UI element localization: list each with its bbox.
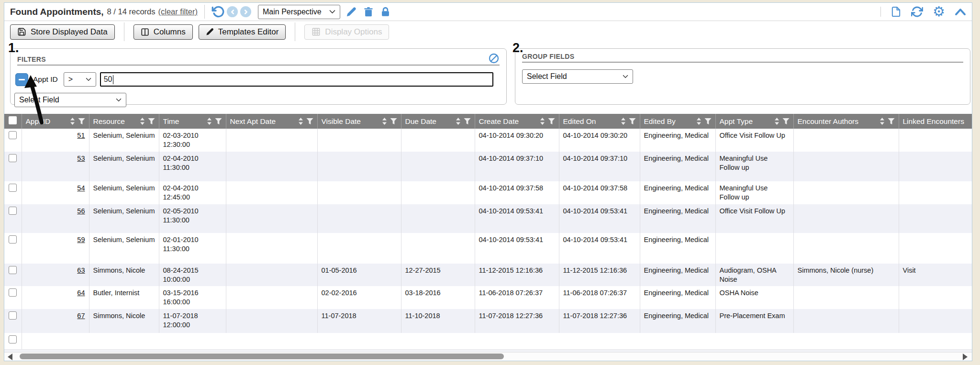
cell-create_date: 04-10-2014 09:53:41: [475, 233, 559, 264]
scrollbar-thumb[interactable]: [20, 354, 504, 359]
column-header-next_apt_date: Next Apt Date: [226, 114, 317, 129]
clear-all-filters-icon[interactable]: [488, 53, 500, 64]
sort-icon[interactable]: [696, 117, 702, 125]
collapse-panel-icon[interactable]: [955, 8, 966, 16]
settings-gear-icon[interactable]: ⚙: [933, 5, 945, 19]
lock-perspective-icon[interactable]: [380, 7, 390, 17]
sort-icon[interactable]: [620, 117, 626, 125]
filter-panels-region: 1. 2. FILTERS Appt ID >: [4, 43, 972, 111]
filter-icon[interactable]: [148, 118, 155, 125]
group-fields-panel: GROUP FIELDS Select Field: [515, 48, 970, 105]
next-perspective-icon[interactable]: [240, 6, 251, 17]
filter-icon[interactable]: [888, 118, 895, 125]
column-header-create_date: Create Date: [475, 114, 559, 129]
cell-resource: Simmons, Nicole: [89, 309, 159, 333]
clear-filter-link[interactable]: (clear filter): [158, 7, 198, 16]
cell-appt-id: 67: [22, 309, 89, 333]
filter-icon[interactable]: [306, 118, 313, 125]
row-checkbox[interactable]: [9, 235, 17, 243]
edit-perspective-icon[interactable]: [346, 7, 356, 17]
columns-button[interactable]: Columns: [134, 24, 193, 40]
cell-appt_type: OSHA Noise: [715, 286, 793, 309]
cell-edited_on: 11-07-2018 12:27:36: [559, 309, 640, 333]
filter-icon[interactable]: [548, 118, 555, 125]
table-row: 56Selenium, Selenium02-05-2010 11:30:000…: [4, 204, 972, 233]
delete-perspective-icon[interactable]: [363, 7, 374, 17]
cell-edited_by: Engineering, Medical: [640, 264, 715, 287]
row-checkbox[interactable]: [9, 154, 17, 162]
filter-icon[interactable]: [704, 118, 712, 125]
sort-icon[interactable]: [879, 117, 885, 125]
cell-resource: Butler, Internist: [89, 286, 159, 309]
filter-operator-select[interactable]: >: [64, 72, 96, 87]
appt-id-link[interactable]: 64: [77, 289, 85, 297]
column-header-visible_date: Visible Date: [317, 114, 401, 129]
appt-id-link[interactable]: 53: [77, 155, 85, 162]
filter-icon[interactable]: [78, 118, 85, 125]
column-header-resource: Resource: [89, 114, 159, 129]
title-toolbar: Found Appointments, 8 / 14 records (clea…: [4, 3, 972, 21]
cell-edited_on: 04-10-2014 09:53:41: [559, 233, 640, 264]
sort-icon[interactable]: [206, 117, 212, 125]
filter-field-label: Appt ID: [33, 75, 58, 84]
select-all-checkbox[interactable]: [9, 116, 17, 124]
row-checkbox[interactable]: [9, 288, 17, 297]
sort-icon[interactable]: [455, 117, 461, 125]
filter-icon[interactable]: [782, 118, 790, 125]
scroll-right-arrow-icon[interactable]: [963, 354, 968, 360]
refresh-icon[interactable]: [911, 6, 923, 18]
cell-due_date: [401, 204, 475, 233]
perspective-selected-value: Main Perspective: [263, 8, 322, 16]
filter-icon[interactable]: [464, 118, 471, 125]
group-field-select[interactable]: Select Field: [522, 69, 633, 84]
row-checkbox[interactable]: [9, 184, 17, 192]
prev-perspective-icon[interactable]: [227, 6, 238, 17]
column-header-id: Appt ID: [22, 114, 89, 129]
filter-value-input[interactable]: 50: [100, 72, 493, 87]
page-title: Found Appointments,: [10, 7, 104, 17]
toolbar-divider: [880, 7, 881, 17]
cell-due_date: [401, 152, 475, 181]
row-checkbox[interactable]: [9, 207, 17, 215]
display-options-label: Display Options: [325, 27, 382, 37]
filter-value-text: 50: [104, 75, 112, 84]
columns-icon: [141, 28, 149, 36]
add-filter-field-select[interactable]: Select Field: [14, 93, 126, 107]
horizontal-scrollbar[interactable]: [4, 352, 972, 361]
store-displayed-data-button[interactable]: Store Displayed Data: [10, 24, 115, 40]
row-checkbox[interactable]: [9, 311, 17, 320]
column-header-time: Time: [159, 114, 226, 129]
filter-icon[interactable]: [215, 118, 222, 125]
row-checkbox[interactable]: [9, 266, 17, 274]
row-checkbox[interactable]: [9, 335, 17, 343]
cell-due_date: 11-10-2018: [401, 309, 475, 333]
perspective-select[interactable]: Main Perspective: [258, 5, 340, 19]
annotation-step-2: 2.: [512, 41, 523, 55]
appt-id-link[interactable]: 63: [77, 266, 85, 274]
sort-icon[interactable]: [774, 117, 780, 125]
sort-icon[interactable]: [139, 117, 145, 125]
row-checkbox[interactable]: [9, 131, 17, 139]
templates-editor-button[interactable]: Templates Editor: [199, 24, 286, 40]
filter-icon[interactable]: [390, 118, 397, 125]
cell-resource: Selenium, Selenium: [89, 233, 159, 264]
appt-id-link[interactable]: 51: [77, 132, 85, 139]
toolbar-divider: [295, 22, 295, 41]
sort-icon[interactable]: [298, 117, 304, 125]
sort-icon[interactable]: [539, 117, 546, 125]
sort-icon[interactable]: [381, 117, 388, 125]
cell-edited_on: 04-10-2014 09:30:20: [559, 129, 640, 152]
appt-id-link[interactable]: 56: [77, 207, 85, 215]
appt-id-link[interactable]: 67: [77, 312, 85, 320]
cell-appt_type: Meaningful Use Follow up: [715, 181, 793, 204]
appt-id-link[interactable]: 54: [77, 184, 85, 192]
sort-icon[interactable]: [69, 117, 76, 125]
remove-filter-button[interactable]: [15, 73, 28, 86]
cell-time: 02-04-2010 12:45:00: [159, 181, 226, 204]
new-document-icon[interactable]: [891, 6, 902, 18]
appt-id-link[interactable]: 59: [77, 236, 85, 243]
undo-icon[interactable]: [212, 5, 224, 18]
cell-create_date: 11-06-2018 07:26:37: [475, 286, 559, 309]
filter-icon[interactable]: [629, 118, 636, 125]
scroll-left-arrow-icon[interactable]: [8, 354, 12, 360]
